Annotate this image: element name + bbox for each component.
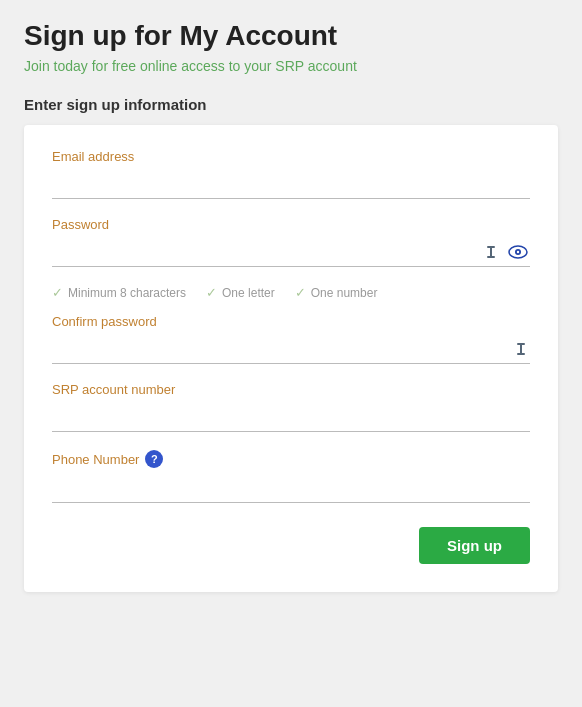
hint-one-letter-label: One letter [222,286,275,300]
password-cursor-icon [482,242,500,262]
hint-one-number: ✓ One number [295,285,378,300]
page-subtitle: Join today for free online access to you… [24,58,558,74]
page-title: Sign up for My Account [24,20,558,52]
srp-input[interactable] [52,403,530,431]
signup-button[interactable]: Sign up [419,527,530,564]
password-input-wrapper [52,238,530,267]
phone-label: Phone Number [52,452,139,467]
confirm-password-label: Confirm password [52,314,530,329]
svg-rect-2 [487,256,495,258]
password-hints: ✓ Minimum 8 characters ✓ One letter ✓ On… [52,285,530,300]
hint-min-chars-check: ✓ [52,285,63,300]
hint-one-number-label: One number [311,286,378,300]
email-input-wrapper [52,170,530,199]
srp-label: SRP account number [52,382,530,397]
phone-field-group: Phone Number ? [52,450,530,503]
email-label: Email address [52,149,530,164]
confirm-password-field-group: Confirm password [52,314,530,364]
email-input[interactable] [52,170,530,198]
password-label: Password [52,217,530,232]
hint-min-chars-label: Minimum 8 characters [68,286,186,300]
svg-rect-0 [490,247,492,257]
confirm-password-input[interactable] [52,335,530,363]
password-toggle-visibility-button[interactable] [506,243,530,261]
svg-rect-8 [517,353,525,355]
phone-help-icon[interactable]: ? [145,450,163,468]
password-field-group: Password [52,217,530,267]
form-card: Email address Password [24,125,558,592]
phone-input[interactable] [52,474,530,502]
hint-one-letter-check: ✓ [206,285,217,300]
srp-input-wrapper [52,403,530,432]
hint-min-chars: ✓ Minimum 8 characters [52,285,186,300]
phone-input-wrapper [52,474,530,503]
srp-field-group: SRP account number [52,382,530,432]
password-input[interactable] [52,238,530,266]
confirm-icons [512,339,530,359]
form-heading: Enter sign up information [24,96,558,113]
svg-point-5 [517,251,519,253]
password-icons [482,242,530,262]
hint-one-number-check: ✓ [295,285,306,300]
svg-rect-1 [487,246,495,248]
confirm-cursor-icon [512,339,530,359]
email-field-group: Email address [52,149,530,199]
phone-label-row: Phone Number ? [52,450,530,468]
confirm-password-input-wrapper [52,335,530,364]
hint-one-letter: ✓ One letter [206,285,275,300]
svg-rect-6 [520,344,522,354]
svg-rect-7 [517,343,525,345]
